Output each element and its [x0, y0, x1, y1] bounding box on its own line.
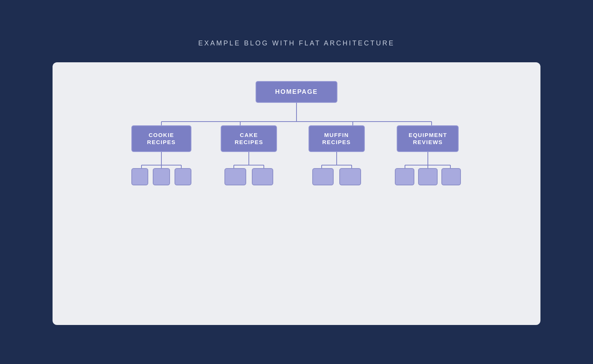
equipment-reviews-node: EQUIPMENTREVIEWS: [397, 125, 459, 152]
muffin-leaf-2: [339, 168, 361, 185]
equipment-hbar: [395, 165, 461, 168]
equipment-vline: [427, 152, 428, 165]
root-level: HOMEPAGE: [256, 81, 337, 103]
root-connector: [296, 103, 297, 122]
equipment-leaves: [395, 168, 461, 185]
muffin-recipes-node: MUFFINRECIPES: [309, 125, 365, 152]
cookie-column: COOKIERECIPES: [124, 125, 199, 185]
muffin-leaves: [312, 168, 361, 185]
level2-row: COOKIERECIPES CAKEREC: [124, 125, 469, 185]
cookie-leaf-3: [175, 168, 191, 185]
equipment-column: EQUIPMENTREVIEWS: [387, 125, 469, 185]
cookie-hbar: [131, 165, 191, 168]
cake-leaves: [224, 168, 273, 185]
cake-hbar: [224, 165, 273, 168]
muffin-vline: [336, 152, 337, 165]
page-title: EXAMPLE BLOG WITH FLAT ARCHITECTURE: [198, 39, 394, 47]
cookie-leaf-1: [131, 168, 148, 185]
tree: HOMEPAGE COOKIERECIPES: [75, 81, 518, 185]
cake-leaf-2: [252, 168, 274, 185]
homepage-node: HOMEPAGE: [256, 81, 337, 103]
cookie-leaf-2: [153, 168, 170, 185]
cookie-vline: [161, 152, 162, 165]
diagram-container: HOMEPAGE COOKIERECIPES: [53, 62, 540, 325]
level2-hbar-svg: [124, 122, 469, 125]
cake-column: CAKERECIPES: [211, 125, 286, 185]
cake-recipes-node: CAKERECIPES: [221, 125, 277, 152]
muffin-column: MUFFINRECIPES: [299, 125, 374, 185]
cookie-leaves: [131, 168, 191, 185]
muffin-hbar: [312, 165, 361, 168]
equipment-leaf-3: [441, 168, 461, 185]
cake-vline: [248, 152, 249, 165]
equipment-leaf-1: [395, 168, 414, 185]
muffin-leaf-1: [312, 168, 334, 185]
equipment-leaf-2: [418, 168, 438, 185]
cake-leaf-1: [224, 168, 246, 185]
cookie-recipes-node: COOKIERECIPES: [131, 125, 191, 152]
